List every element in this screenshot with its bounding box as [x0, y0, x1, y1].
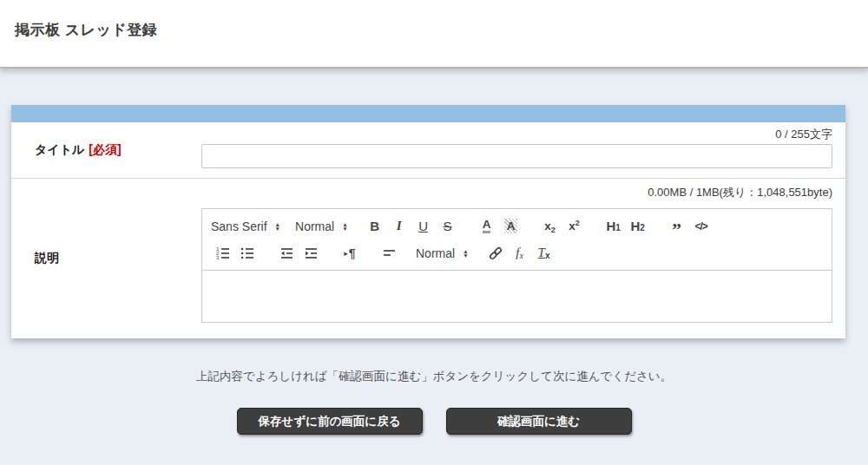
align-icon — [381, 246, 397, 261]
bullet-list-icon — [240, 246, 255, 261]
size-picker[interactable]: Normal ▲▼ — [295, 216, 348, 236]
toolbar-row-2: 123 — [211, 243, 823, 263]
align-button[interactable] — [379, 243, 398, 263]
superscript-button[interactable]: x2 — [565, 216, 584, 236]
code-icon: </> — [694, 220, 707, 232]
underline-button[interactable]: U — [414, 216, 433, 236]
title-char-counter: 0 / 255文字 — [201, 128, 832, 141]
ordered-list-icon: 123 — [215, 246, 231, 261]
indent-icon — [303, 246, 319, 261]
instruction-text: 上記内容でよろしければ「確認画面に進む」ボタンをクリックして次に進んでください。 — [0, 369, 868, 384]
strikethrough-button[interactable]: S — [438, 216, 457, 236]
form-panel: タイトル [必須] 0 / 255文字 説明 0.00MB / 1MB(残り：1… — [11, 105, 845, 338]
clean-format-icon: T — [538, 246, 545, 260]
font-picker[interactable]: Sans Serif ▲▼ — [211, 216, 280, 236]
title-field-cell: 0 / 255文字 — [201, 122, 845, 178]
description-label: 説明 — [35, 251, 59, 266]
editor-toolbar: Sans Serif ▲▼ Normal ▲▼ — [202, 209, 832, 271]
chevron-updown-icon: ▲▼ — [463, 249, 468, 258]
outdent-icon — [279, 246, 294, 261]
svg-text:3: 3 — [216, 255, 220, 260]
formula-button[interactable]: fx — [510, 243, 529, 263]
back-button[interactable]: 保存せずに前の画面に戻る — [237, 408, 423, 435]
proceed-button[interactable]: 確認画面に進む — [446, 408, 632, 435]
outdent-button[interactable] — [277, 243, 296, 263]
header1-button[interactable]: H1 — [604, 216, 623, 236]
link-button[interactable] — [486, 243, 505, 263]
style-picker[interactable]: Normal ▲▼ — [416, 243, 469, 263]
page-header: 掲示板 スレッド登録 — [0, 0, 868, 69]
bold-button[interactable]: B — [365, 216, 385, 236]
description-label-cell: 説明 — [11, 179, 201, 338]
blockquote-button[interactable]: ” — [667, 216, 687, 236]
subscript-button[interactable]: x2 — [541, 216, 560, 236]
action-buttons: 保存せずに前の画面に戻る 確認画面に進む — [0, 408, 868, 435]
italic-button[interactable]: I — [390, 216, 409, 236]
title-input[interactable] — [201, 144, 832, 168]
clean-format-button[interactable]: Tx — [535, 243, 554, 263]
chevron-updown-icon: ▲▼ — [275, 222, 280, 231]
title-row: タイトル [必須] 0 / 255文字 — [11, 122, 845, 179]
text-direction-button[interactable]: ▸ ¶ — [340, 243, 359, 263]
bullet-list-button[interactable] — [238, 243, 257, 263]
header2-button[interactable]: H2 — [628, 216, 648, 236]
title-label-cell: タイトル [必須] — [11, 122, 201, 178]
chevron-updown-icon: ▲▼ — [342, 222, 347, 231]
page-title: 掲示板 スレッド登録 — [0, 0, 868, 40]
description-row: 説明 0.00MB / 1MB(残り：1,048,551byte) Sans S… — [11, 179, 845, 338]
text-color-button[interactable]: A — [477, 216, 496, 236]
size-counter: 0.00MB / 1MB(残り：1,048,551byte) — [201, 186, 832, 200]
title-label: タイトル — [35, 142, 84, 158]
background-color-icon: A — [504, 219, 518, 233]
code-block-button[interactable]: </> — [692, 216, 711, 236]
ordered-list-button[interactable]: 123 — [214, 243, 233, 263]
text-color-icon: A — [483, 219, 491, 233]
background-color-button[interactable]: A — [502, 216, 521, 236]
toolbar-row-1: Sans Serif ▲▼ Normal ▲▼ — [211, 216, 823, 236]
description-field-cell: 0.00MB / 1MB(残り：1,048,551byte) Sans Seri… — [201, 179, 845, 338]
required-badge: [必須] — [89, 142, 121, 158]
indent-button[interactable] — [301, 243, 320, 263]
pilcrow-icon: ¶ — [349, 246, 356, 260]
link-icon — [488, 246, 503, 261]
editor-content-area[interactable] — [202, 271, 832, 322]
panel-accent-bar — [11, 105, 845, 122]
page-body: タイトル [必須] 0 / 255文字 説明 0.00MB / 1MB(残り：1… — [0, 69, 868, 435]
rich-text-editor: Sans Serif ▲▼ Normal ▲▼ — [201, 208, 832, 323]
direction-arrow-icon: ▸ — [344, 249, 348, 258]
